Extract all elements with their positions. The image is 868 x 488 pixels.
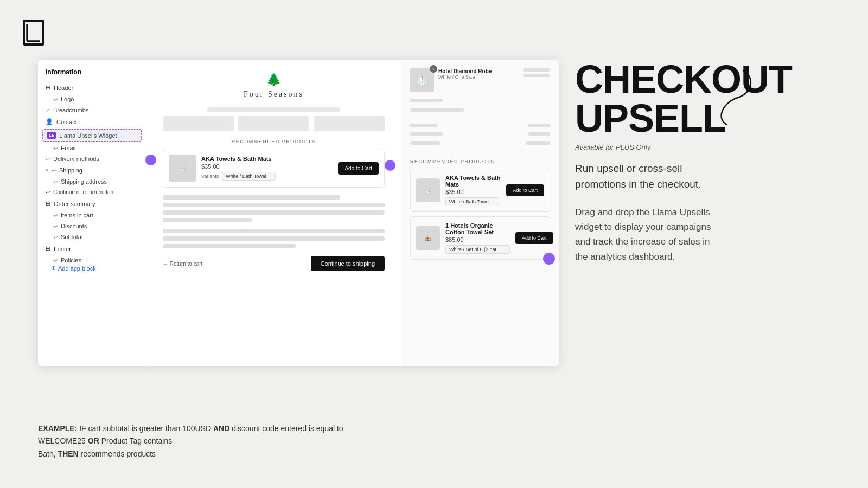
return-to-cart-button[interactable]: ← Return to cart bbox=[163, 261, 202, 267]
order-item-info: Hotel Diamond Robe White / One Size bbox=[438, 68, 519, 80]
description-2: Drag and drop the Llama Upsells widget t… bbox=[575, 205, 841, 264]
example-text-1: IF cart subtotal is greater than 100USD bbox=[79, 424, 213, 433]
sidebar-item-label: Header bbox=[54, 85, 73, 91]
form-skeleton-top bbox=[163, 107, 385, 112]
add-icon: ⊕ bbox=[51, 265, 56, 272]
sidebar-item-discounts[interactable]: ↩ Discounts bbox=[38, 221, 146, 232]
plus-only-badge: Available for PLUS Only bbox=[575, 143, 841, 151]
continue-icon: ↩ bbox=[46, 189, 50, 195]
order-variant-select-2[interactable]: White / Set of 6 (2 bat... bbox=[445, 245, 510, 254]
sidebar-title: Information bbox=[38, 68, 146, 81]
store-logo: 🌲 Four Seasons bbox=[163, 73, 385, 99]
sidebar-item-items-cart[interactable]: ↩ Items in cart bbox=[38, 210, 146, 221]
example-label: EXAMPLE: bbox=[38, 424, 77, 433]
delivery-icon: ↩ bbox=[46, 156, 50, 162]
order-product-info-1: AKA Towels & Bath Mats $35.00 White / Ba… bbox=[445, 175, 501, 206]
sidebar-item-logo[interactable]: ↩ Logo bbox=[38, 94, 146, 105]
order-summary-panel: 🥼 1 Hotel Diamond Robe White / One Size bbox=[401, 60, 559, 366]
description-1: Run upsell or cross-sellpromotions in th… bbox=[575, 161, 841, 192]
sidebar-item-icon: ↩ bbox=[53, 97, 58, 102]
checkout-main: 🌲 Four Seasons RECOMMENDED PRODUCTS 🛁 bbox=[146, 60, 559, 366]
add-app-label: Add app block bbox=[58, 265, 96, 272]
sidebar-item-breadcrumbs[interactable]: ✓ Breadcrumbs bbox=[38, 105, 146, 115]
order-item-image: 🥼 1 bbox=[410, 68, 434, 92]
checkout-title-line2: UPSELL bbox=[575, 99, 841, 138]
order-upsell-product-1: 🛁 AKA Towels & Bath Mats $35.00 White / … bbox=[410, 169, 550, 212]
order-add-cart-btn-1[interactable]: Add to Cart bbox=[506, 184, 544, 196]
form-field-3 bbox=[314, 116, 385, 131]
address-icon: ↩ bbox=[53, 179, 58, 185]
order-product-info-2: 1 Hotels Organic Cotton Towel Set $85.00… bbox=[445, 222, 510, 254]
example-then: THEN bbox=[58, 450, 79, 458]
check-icon: ✓ bbox=[46, 107, 50, 113]
form-field-2 bbox=[238, 116, 309, 131]
sidebar-item-policies[interactable]: ↩ Policies bbox=[38, 255, 146, 266]
order-product-price-1: $35.00 bbox=[445, 189, 501, 195]
order-item-price-section bbox=[523, 68, 550, 80]
order-recommended-label: RECOMMENDED PRODUCTS bbox=[410, 159, 550, 164]
order-upsell-product-2: 🏨 1 Hotels Organic Cotton Towel Set $85.… bbox=[410, 216, 550, 260]
sidebar-group-shipping: ▾ ↩ Shipping bbox=[38, 164, 146, 176]
widget-label: Llama Upsells Widget bbox=[59, 132, 117, 139]
store-name: Four Seasons bbox=[244, 90, 304, 98]
checkout-title-line1: CHECKOUT bbox=[575, 60, 841, 99]
sidebar-item-subtotal[interactable]: ↩ Subtotal bbox=[38, 232, 146, 242]
example-text-5: recommends products bbox=[81, 450, 156, 458]
order-detail-skeletons bbox=[410, 99, 550, 152]
order-product-img-1: 🛁 bbox=[416, 178, 440, 202]
subtotal-icon: ↩ bbox=[53, 234, 58, 240]
variant-select-1[interactable]: White / Bath Towel bbox=[222, 172, 276, 181]
store-tree-icon: 🌲 bbox=[163, 73, 385, 87]
checkout-mockup: Information ⊞ Header ↩ Logo ✓ Breadcrumb… bbox=[38, 60, 559, 366]
order-variant-row-1: White / Bath Towel bbox=[445, 197, 501, 206]
sidebar-group-header: ⊞ Header bbox=[38, 81, 146, 94]
sidebar-item-delivery[interactable]: ↩ Delivery methods bbox=[38, 153, 146, 164]
checkout-footer-buttons: ← Return to cart Continue to shipping bbox=[163, 256, 385, 271]
sidebar-item-shipping-address[interactable]: ↩ Shipping address bbox=[38, 176, 146, 187]
product-info-1: AKA Towels & Bath Mats $35.00 Variants W… bbox=[201, 156, 333, 181]
product-price-1: $35.00 bbox=[201, 163, 333, 170]
widget-icon: LE bbox=[47, 132, 56, 139]
items-icon: ↩ bbox=[53, 213, 58, 219]
order-add-cart-btn-2[interactable]: Add to Cart bbox=[515, 232, 553, 244]
collapse-icon: ▾ bbox=[46, 168, 48, 173]
sidebar-item-continue-return[interactable]: ↩ Continue or return button bbox=[38, 187, 146, 197]
email-icon: ↩ bbox=[53, 145, 58, 151]
policies-icon: ↩ bbox=[53, 258, 58, 264]
sidebar-item-email[interactable]: ↩ Email bbox=[38, 143, 146, 153]
recommended-label: RECOMMENDED PRODUCTS bbox=[163, 139, 385, 144]
variant-label-1: Variants bbox=[201, 174, 219, 179]
example-text-3: Product Tag contains bbox=[101, 436, 173, 445]
add-to-cart-btn-1[interactable]: Add to Cart bbox=[338, 162, 379, 175]
example-and: AND bbox=[213, 424, 229, 433]
example-or: OR bbox=[88, 436, 99, 445]
checkout-form-area: 🌲 Four Seasons RECOMMENDED PRODUCTS 🛁 bbox=[146, 60, 401, 366]
order-item-robe: 🥼 1 Hotel Diamond Robe White / One Size bbox=[410, 68, 550, 92]
sidebar-group-order: ⊞ Order summary bbox=[38, 197, 146, 210]
form-field-1 bbox=[163, 116, 234, 131]
add-app-block-button[interactable]: ⊕ Add app block bbox=[43, 265, 151, 272]
product-variant-row-1: Variants White / Bath Towel bbox=[201, 172, 333, 181]
order-item-name: Hotel Diamond Robe bbox=[438, 68, 519, 74]
order-product-price-2: $85.00 bbox=[445, 236, 510, 243]
order-item-variant: White / One Size bbox=[438, 74, 519, 80]
order-variant-select-1[interactable]: White / Bath Towel bbox=[445, 197, 499, 206]
contact-label: Contact bbox=[56, 119, 77, 125]
purple-dot-order bbox=[543, 253, 555, 265]
example-text-4: Bath, bbox=[38, 450, 58, 458]
sidebar-item-llama-widget[interactable]: LE Llama Upsells Widget bbox=[42, 129, 142, 142]
example-text-area: EXAMPLE: IF cart subtotal is greater tha… bbox=[38, 422, 363, 461]
order-product-name-1: AKA Towels & Bath Mats bbox=[445, 175, 501, 188]
discounts-icon: ↩ bbox=[53, 223, 58, 229]
order-variant-row-2: White / Set of 6 (2 bat... bbox=[445, 245, 510, 254]
continue-to-shipping-button[interactable]: Continue to shipping bbox=[311, 256, 385, 271]
sidebar-group-contact: 👤 Contact bbox=[38, 115, 146, 128]
product-name-1: AKA Towels & Bath Mats bbox=[201, 156, 333, 162]
product-image-1: 🛁 bbox=[169, 155, 196, 182]
order-badge: 1 bbox=[430, 65, 437, 73]
sidebar-group-footer: ⊞ Footer bbox=[38, 242, 146, 255]
app-logo bbox=[22, 16, 54, 51]
shipping-icon2: ↩ bbox=[52, 168, 56, 174]
purple-dot-sidebar bbox=[145, 155, 156, 165]
order-product-name-2: 1 Hotels Organic Cotton Towel Set bbox=[445, 222, 510, 235]
